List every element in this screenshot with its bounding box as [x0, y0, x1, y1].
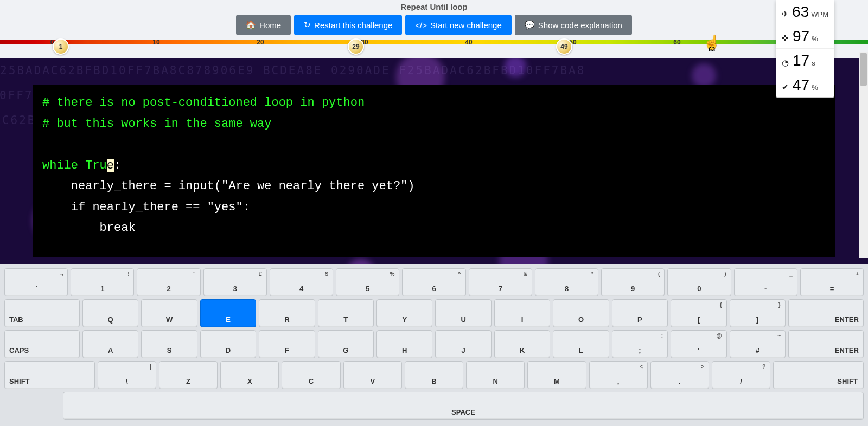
key-shift[interactable]: SHIFT — [773, 361, 864, 389]
key-d[interactable]: D — [200, 330, 256, 358]
progress-badge: 1 — [53, 38, 69, 55]
home-button[interactable]: 🏠 Home — [236, 15, 291, 35]
key-label: N — [467, 377, 524, 385]
key-9[interactable]: 9( — [601, 268, 665, 296]
key-[interactable]: [{ — [671, 299, 726, 327]
key-alt-label: _ — [789, 271, 793, 277]
key-label: [ — [671, 315, 726, 324]
key-shift[interactable]: SHIFT — [4, 361, 95, 389]
scrollbar[interactable] — [859, 52, 868, 258]
key-1[interactable]: 1! — [71, 268, 134, 296]
key-k[interactable]: K — [494, 330, 550, 358]
key-v[interactable]: V — [343, 361, 402, 389]
key-l[interactable]: L — [553, 330, 609, 358]
key-[interactable]: '@ — [671, 330, 726, 358]
key-enter[interactable]: ENTER — [788, 299, 864, 327]
key-[interactable]: #~ — [730, 330, 786, 358]
key-space[interactable]: SPACE — [63, 392, 864, 420]
code-area: 25BADAC62BFBD10FF7BA8C878906E9 BCDEA8E 0… — [0, 58, 868, 269]
wpm-value: 63 — [792, 3, 809, 21]
key-e[interactable]: E — [200, 299, 256, 327]
key-z[interactable]: Z — [159, 361, 218, 389]
key-alt-label: ¬ — [60, 271, 63, 277]
key-label: Z — [159, 377, 217, 385]
key-g[interactable]: G — [318, 330, 374, 358]
key-a[interactable]: A — [82, 330, 138, 358]
explain-label: Show code explanation — [538, 21, 622, 30]
stat-time: ◔ 17 s — [776, 49, 834, 73]
key-[interactable]: ;: — [612, 330, 668, 358]
key-caps[interactable]: CAPS — [4, 330, 80, 358]
key-[interactable]: =+ — [800, 268, 864, 296]
key-label: Y — [377, 315, 432, 324]
key-c[interactable]: C — [282, 361, 340, 389]
key-alt-label: @ — [717, 333, 722, 339]
explain-button[interactable]: 💬 Show code explanation — [515, 15, 632, 35]
key-r[interactable]: R — [259, 299, 315, 327]
correct-value: 47 — [793, 76, 809, 94]
key-p[interactable]: P — [612, 299, 668, 327]
key-3[interactable]: 3£ — [203, 268, 267, 296]
key-tab[interactable]: TAB — [4, 299, 80, 327]
key-j[interactable]: J — [435, 330, 491, 358]
key-4[interactable]: 4$ — [270, 268, 333, 296]
key-5[interactable]: 5% — [336, 268, 399, 296]
key-label: L — [553, 346, 608, 354]
key-[interactable]: .> — [650, 361, 709, 389]
key-x[interactable]: X — [220, 361, 279, 389]
key-alt-label: $ — [326, 271, 329, 277]
key-label: D — [201, 346, 256, 354]
key-[interactable]: `¬ — [4, 268, 68, 296]
key-u[interactable]: U — [435, 299, 491, 327]
key-label: H — [377, 346, 432, 354]
key-label: ; — [612, 346, 667, 354]
key-[interactable]: \| — [98, 361, 156, 389]
key-[interactable]: ,< — [589, 361, 648, 389]
header: Repeat Until loop 🏠 Home ↻ Restart this … — [0, 0, 868, 40]
key-label: T — [318, 315, 373, 324]
new-challenge-button[interactable]: </> Start new challenge — [405, 15, 511, 35]
key-label: ENTER — [835, 346, 859, 354]
key-[interactable]: /? — [712, 361, 770, 389]
key-i[interactable]: I — [494, 299, 550, 327]
code-todo: : — [114, 159, 121, 172]
key-label: F — [259, 346, 314, 354]
key-alt-label: ~ — [777, 333, 781, 339]
key-alt-label: £ — [259, 271, 262, 277]
progress-tick: 20 — [257, 38, 264, 46]
key-label: B — [405, 377, 463, 385]
key-alt-label: > — [701, 364, 704, 370]
key-alt-label: & — [524, 271, 527, 277]
key-[interactable]: ]} — [730, 299, 786, 327]
progress-badge: 29 — [348, 38, 364, 55]
key-s[interactable]: S — [141, 330, 197, 358]
scrollbar-thumb[interactable] — [860, 53, 867, 86]
key-t[interactable]: T — [318, 299, 374, 327]
progress-tick: 60 — [673, 38, 680, 46]
key-h[interactable]: H — [376, 330, 432, 358]
key-b[interactable]: B — [405, 361, 463, 389]
key-n[interactable]: N — [466, 361, 525, 389]
home-icon: 🏠 — [246, 20, 256, 30]
key-w[interactable]: W — [141, 299, 197, 327]
key-alt-label: ) — [724, 271, 726, 277]
key-label: \ — [98, 377, 156, 385]
key-2[interactable]: 2" — [137, 268, 200, 296]
bokeh-circle — [692, 63, 716, 88]
key-q[interactable]: Q — [82, 299, 138, 327]
key-0[interactable]: 0) — [667, 268, 731, 296]
key-[interactable]: -_ — [734, 268, 797, 296]
key-6[interactable]: 6^ — [402, 268, 465, 296]
code-editor[interactable]: # there is no post-conditioned loop in p… — [33, 85, 835, 257]
key-alt-label: + — [856, 271, 859, 277]
key-o[interactable]: O — [553, 299, 609, 327]
key-m[interactable]: M — [527, 361, 586, 389]
key-f[interactable]: F — [259, 330, 315, 358]
key-label: 9 — [602, 285, 664, 293]
key-enter[interactable]: ENTER — [788, 330, 864, 358]
stat-accuracy: ✜ 97 % — [776, 24, 834, 49]
key-7[interactable]: 7& — [469, 268, 532, 296]
key-y[interactable]: Y — [376, 299, 432, 327]
restart-button[interactable]: ↻ Restart this challenge — [294, 15, 402, 35]
key-8[interactable]: 8* — [535, 268, 598, 296]
